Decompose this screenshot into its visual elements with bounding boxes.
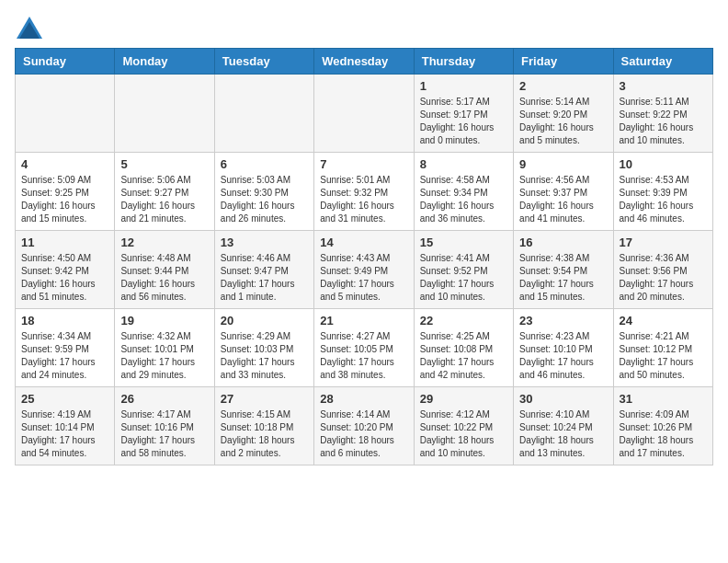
calendar-cell: 17Sunrise: 4:36 AMSunset: 9:56 PMDayligh… <box>613 231 712 309</box>
day-number: 24 <box>620 314 707 327</box>
calendar-cell: 12Sunrise: 4:48 AMSunset: 9:44 PMDayligh… <box>115 231 214 309</box>
calendar-cell: 28Sunrise: 4:14 AMSunset: 10:20 PMDaylig… <box>314 387 414 465</box>
day-number: 9 <box>519 157 607 171</box>
day-number: 17 <box>620 236 707 249</box>
day-info: Sunrise: 4:46 AMSunset: 9:47 PMDaylight:… <box>221 252 308 304</box>
day-number: 18 <box>21 314 108 327</box>
day-info: Sunrise: 4:36 AMSunset: 9:56 PMDaylight:… <box>620 252 707 304</box>
day-info: Sunrise: 4:23 AMSunset: 10:10 PMDaylight… <box>519 330 607 382</box>
calendar-table: SundayMondayTuesdayWednesdayThursdayFrid… <box>15 48 713 465</box>
day-number: 28 <box>320 392 407 406</box>
day-info: Sunrise: 4:43 AMSunset: 9:49 PMDaylight:… <box>320 252 407 304</box>
day-info: Sunrise: 4:29 AMSunset: 10:03 PMDaylight… <box>221 330 308 382</box>
day-number: 15 <box>420 236 507 249</box>
calendar-cell: 26Sunrise: 4:17 AMSunset: 10:16 PMDaylig… <box>115 387 214 465</box>
day-number: 19 <box>120 314 208 327</box>
day-info: Sunrise: 5:06 AMSunset: 9:27 PMDaylight:… <box>120 174 208 225</box>
day-number: 11 <box>21 236 108 249</box>
calendar-cell: 21Sunrise: 4:27 AMSunset: 10:05 PMDaylig… <box>314 309 414 387</box>
day-number: 25 <box>21 392 108 406</box>
calendar-cell: 1Sunrise: 5:17 AMSunset: 9:17 PMDaylight… <box>414 75 513 153</box>
calendar-cell <box>314 75 414 153</box>
day-number: 16 <box>519 236 607 249</box>
calendar-cell: 22Sunrise: 4:25 AMSunset: 10:08 PMDaylig… <box>414 309 513 387</box>
calendar-cell: 7Sunrise: 5:01 AMSunset: 9:32 PMDaylight… <box>314 153 414 231</box>
day-number: 10 <box>620 157 707 171</box>
day-info: Sunrise: 5:17 AMSunset: 9:17 PMDaylight:… <box>420 96 507 147</box>
logo-icon <box>15 15 44 40</box>
day-info: Sunrise: 4:25 AMSunset: 10:08 PMDaylight… <box>420 330 507 382</box>
calendar-cell: 3Sunrise: 5:11 AMSunset: 9:22 PMDaylight… <box>613 75 712 153</box>
calendar-cell: 27Sunrise: 4:15 AMSunset: 10:18 PMDaylig… <box>214 387 313 465</box>
calendar-week-4: 18Sunrise: 4:34 AMSunset: 9:59 PMDayligh… <box>16 309 713 387</box>
day-number: 6 <box>221 157 308 171</box>
calendar-header-monday: Monday <box>115 49 214 75</box>
calendar-cell: 20Sunrise: 4:29 AMSunset: 10:03 PMDaylig… <box>214 309 313 387</box>
calendar-header-thursday: Thursday <box>414 49 513 75</box>
day-number: 23 <box>519 314 607 327</box>
day-info: Sunrise: 5:01 AMSunset: 9:32 PMDaylight:… <box>320 174 407 225</box>
calendar-cell: 16Sunrise: 4:38 AMSunset: 9:54 PMDayligh… <box>514 231 613 309</box>
day-number: 22 <box>420 314 507 327</box>
calendar-header-sunday: Sunday <box>16 49 115 75</box>
day-number: 7 <box>320 157 407 171</box>
calendar-cell: 11Sunrise: 4:50 AMSunset: 9:42 PMDayligh… <box>16 231 115 309</box>
day-number: 12 <box>120 236 208 249</box>
calendar-cell: 8Sunrise: 4:58 AMSunset: 9:34 PMDaylight… <box>414 153 513 231</box>
calendar-cell: 13Sunrise: 4:46 AMSunset: 9:47 PMDayligh… <box>214 231 313 309</box>
day-info: Sunrise: 5:09 AMSunset: 9:25 PMDaylight:… <box>21 174 108 225</box>
day-info: Sunrise: 4:58 AMSunset: 9:34 PMDaylight:… <box>420 174 507 225</box>
day-info: Sunrise: 4:38 AMSunset: 9:54 PMDaylight:… <box>519 252 607 304</box>
calendar-week-5: 25Sunrise: 4:19 AMSunset: 10:14 PMDaylig… <box>16 387 713 465</box>
calendar-week-2: 4Sunrise: 5:09 AMSunset: 9:25 PMDaylight… <box>16 153 713 231</box>
day-info: Sunrise: 4:15 AMSunset: 10:18 PMDaylight… <box>221 408 308 460</box>
calendar-cell: 30Sunrise: 4:10 AMSunset: 10:24 PMDaylig… <box>514 387 613 465</box>
day-number: 26 <box>120 392 208 406</box>
calendar-cell: 10Sunrise: 4:53 AMSunset: 9:39 PMDayligh… <box>613 153 712 231</box>
calendar-cell <box>115 75 214 153</box>
day-info: Sunrise: 4:09 AMSunset: 10:26 PMDaylight… <box>620 408 707 460</box>
day-info: Sunrise: 4:50 AMSunset: 9:42 PMDaylight:… <box>21 252 108 304</box>
calendar-header-wednesday: Wednesday <box>314 49 414 75</box>
day-number: 5 <box>120 157 208 171</box>
calendar-cell: 6Sunrise: 5:03 AMSunset: 9:30 PMDaylight… <box>214 153 313 231</box>
calendar-cell: 18Sunrise: 4:34 AMSunset: 9:59 PMDayligh… <box>16 309 115 387</box>
day-info: Sunrise: 4:34 AMSunset: 9:59 PMDaylight:… <box>21 330 108 382</box>
calendar-cell: 5Sunrise: 5:06 AMSunset: 9:27 PMDaylight… <box>115 153 214 231</box>
calendar-cell <box>214 75 313 153</box>
day-info: Sunrise: 4:21 AMSunset: 10:12 PMDaylight… <box>620 330 707 382</box>
day-info: Sunrise: 5:11 AMSunset: 9:22 PMDaylight:… <box>620 96 707 147</box>
page-header <box>15 15 713 40</box>
day-number: 29 <box>420 392 507 406</box>
calendar-cell: 15Sunrise: 4:41 AMSunset: 9:52 PMDayligh… <box>414 231 513 309</box>
calendar-cell: 23Sunrise: 4:23 AMSunset: 10:10 PMDaylig… <box>514 309 613 387</box>
day-info: Sunrise: 4:27 AMSunset: 10:05 PMDaylight… <box>320 330 407 382</box>
day-info: Sunrise: 4:10 AMSunset: 10:24 PMDaylight… <box>519 408 607 460</box>
calendar-cell: 19Sunrise: 4:32 AMSunset: 10:01 PMDaylig… <box>115 309 214 387</box>
calendar-week-3: 11Sunrise: 4:50 AMSunset: 9:42 PMDayligh… <box>16 231 713 309</box>
calendar-cell: 2Sunrise: 5:14 AMSunset: 9:20 PMDaylight… <box>514 75 613 153</box>
calendar-header-row: SundayMondayTuesdayWednesdayThursdayFrid… <box>16 49 713 75</box>
day-number: 20 <box>221 314 308 327</box>
calendar-cell <box>16 75 115 153</box>
day-info: Sunrise: 4:17 AMSunset: 10:16 PMDaylight… <box>120 408 208 460</box>
day-number: 27 <box>221 392 308 406</box>
day-info: Sunrise: 4:53 AMSunset: 9:39 PMDaylight:… <box>620 174 707 225</box>
calendar-cell: 9Sunrise: 4:56 AMSunset: 9:37 PMDaylight… <box>514 153 613 231</box>
day-number: 21 <box>320 314 407 327</box>
day-info: Sunrise: 4:41 AMSunset: 9:52 PMDaylight:… <box>420 252 507 304</box>
day-info: Sunrise: 4:12 AMSunset: 10:22 PMDaylight… <box>420 408 507 460</box>
day-number: 30 <box>519 392 607 406</box>
day-info: Sunrise: 4:32 AMSunset: 10:01 PMDaylight… <box>120 330 208 382</box>
calendar-cell: 31Sunrise: 4:09 AMSunset: 10:26 PMDaylig… <box>613 387 712 465</box>
calendar-cell: 25Sunrise: 4:19 AMSunset: 10:14 PMDaylig… <box>16 387 115 465</box>
calendar-header-tuesday: Tuesday <box>214 49 313 75</box>
calendar-cell: 4Sunrise: 5:09 AMSunset: 9:25 PMDaylight… <box>16 153 115 231</box>
day-info: Sunrise: 4:48 AMSunset: 9:44 PMDaylight:… <box>120 252 208 304</box>
day-info: Sunrise: 4:56 AMSunset: 9:37 PMDaylight:… <box>519 174 607 225</box>
calendar-cell: 14Sunrise: 4:43 AMSunset: 9:49 PMDayligh… <box>314 231 414 309</box>
day-number: 14 <box>320 236 407 249</box>
calendar-week-1: 1Sunrise: 5:17 AMSunset: 9:17 PMDaylight… <box>16 75 713 153</box>
logo <box>15 15 46 40</box>
calendar-cell: 29Sunrise: 4:12 AMSunset: 10:22 PMDaylig… <box>414 387 513 465</box>
